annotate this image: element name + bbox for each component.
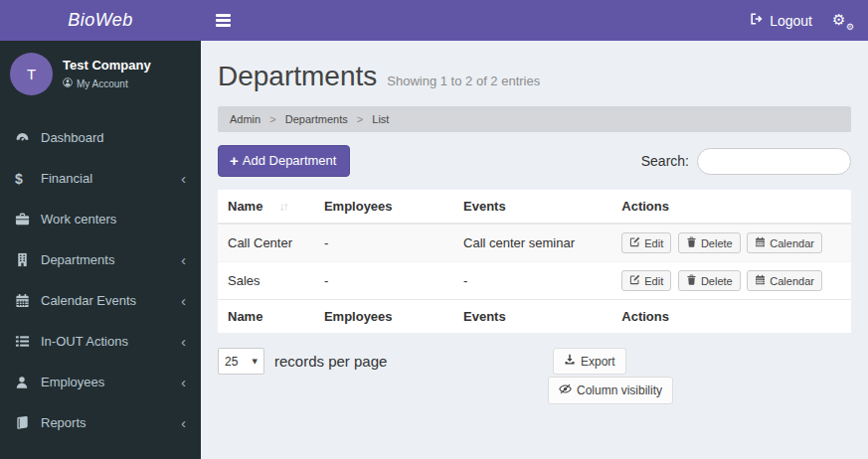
sidebar-item-label: In-OUT Actions xyxy=(41,334,181,349)
chevron-left-icon: ‹ xyxy=(181,415,186,430)
sidebar-item-employees[interactable]: Employees ‹ xyxy=(0,362,201,402)
briefcase-icon xyxy=(15,212,41,227)
departments-table: Name↓↑ Employees Events Actions Call Cen… xyxy=(218,190,851,333)
sidebar-item-label: Dashboard xyxy=(41,130,186,145)
cell-name: Sales xyxy=(218,262,319,300)
chevron-left-icon: ‹ xyxy=(181,252,186,267)
sidebar-menu: Dashboard $ Financial ‹ Work centers xyxy=(0,117,201,443)
footer-header-employees: Employees xyxy=(319,300,458,334)
search-box: Search: xyxy=(641,148,851,175)
cell-events: Call center seminar xyxy=(458,224,616,262)
delete-button[interactable]: Delete xyxy=(678,232,741,253)
sidebar-item-label: Calendar Events xyxy=(41,293,181,308)
departments-table-card: Name↓↑ Employees Events Actions Call Cen… xyxy=(218,190,851,333)
chevron-left-icon: ‹ xyxy=(181,171,186,186)
cogs-icon[interactable]: ⚙⚙ xyxy=(832,11,854,31)
page-header: Departments Showing 1 to 2 of 2 entries xyxy=(218,61,851,92)
breadcrumb-list[interactable]: List xyxy=(372,113,389,125)
chevron-left-icon: ‹ xyxy=(181,375,186,389)
plus-icon: + xyxy=(230,155,239,166)
edit-button[interactable]: Edit xyxy=(621,232,671,253)
column-visibility-button[interactable]: Column visibility xyxy=(548,377,673,404)
table-controls: 25 ▼ records per page Export Column visi… xyxy=(218,348,851,405)
dashboard-icon xyxy=(15,130,41,145)
logout-button[interactable]: Logout xyxy=(750,12,812,29)
person-icon xyxy=(15,376,41,389)
add-department-button[interactable]: + Add Department xyxy=(218,145,350,177)
delete-button[interactable]: Delete xyxy=(678,270,741,291)
sidebar-item-financial[interactable]: $ Financial ‹ xyxy=(0,158,201,199)
chevron-left-icon: ‹ xyxy=(181,334,186,349)
book-icon xyxy=(15,415,41,430)
footer-header-events: Events xyxy=(458,300,616,334)
cell-actions: Edit Delete Calendar xyxy=(616,262,851,300)
user-panel: T Test Company My Account xyxy=(0,41,201,109)
calendar-button[interactable]: Calendar xyxy=(747,270,822,291)
cell-employees: - xyxy=(319,262,458,300)
chevron-left-icon: ‹ xyxy=(181,293,186,308)
sidebar-item-reports[interactable]: Reports ‹ xyxy=(0,402,201,443)
main-content: Departments Showing 1 to 2 of 2 entries … xyxy=(201,41,868,459)
breadcrumb: Admin > Departments > List xyxy=(218,106,851,132)
sidebar-item-in-out-actions[interactable]: In-OUT Actions ‹ xyxy=(0,321,201,362)
my-account-link[interactable]: My Account xyxy=(63,77,151,89)
logout-label: Logout xyxy=(770,13,812,29)
cell-name: Call Center xyxy=(218,224,319,262)
page-size-value: 25 xyxy=(225,355,238,369)
my-account-label: My Account xyxy=(77,78,128,89)
search-input[interactable] xyxy=(697,148,851,175)
menu-icon[interactable] xyxy=(216,12,231,30)
page-size-select[interactable]: 25 ▼ xyxy=(218,348,264,375)
sidebar-item-work-centers[interactable]: Work centers xyxy=(0,199,201,239)
footer-header-name: Name xyxy=(218,300,319,334)
edit-button[interactable]: Edit xyxy=(621,270,671,291)
breadcrumb-departments[interactable]: Departments xyxy=(285,113,348,125)
sidebar: T Test Company My Account xyxy=(0,41,201,459)
table-footer-row: Name Employees Events Actions xyxy=(218,300,851,334)
sort-icon[interactable]: ↓↑ xyxy=(278,200,286,214)
sidebar-item-label: Financial xyxy=(41,171,181,186)
download-icon xyxy=(564,354,576,369)
cell-actions: Edit Delete Calendar xyxy=(616,224,851,262)
column-header-employees[interactable]: Employees xyxy=(319,190,458,224)
caret-down-icon: ▼ xyxy=(253,358,258,366)
calendar-icon xyxy=(755,274,766,287)
entries-summary: Showing 1 to 2 of 2 entries xyxy=(387,74,540,88)
brand-logo[interactable]: BioWeb xyxy=(0,0,201,41)
records-per-page-label: records per page xyxy=(274,353,387,370)
sidebar-item-departments[interactable]: Departments ‹ xyxy=(0,239,201,280)
sidebar-item-label: Work centers xyxy=(41,212,186,227)
user-circle-icon xyxy=(63,77,73,89)
sidebar-item-label: Departments xyxy=(41,252,181,267)
page-title: Departments xyxy=(218,61,377,92)
logout-icon xyxy=(750,12,764,29)
add-department-label: Add Department xyxy=(243,153,337,168)
sidebar-item-dashboard[interactable]: Dashboard xyxy=(0,117,201,158)
table-header-row: Name↓↑ Employees Events Actions xyxy=(218,190,851,224)
list-icon xyxy=(15,334,41,349)
company-name: Test Company xyxy=(63,58,151,73)
column-header-events[interactable]: Events xyxy=(458,190,616,224)
eye-slash-icon xyxy=(559,382,572,398)
navbar-main: Logout ⚙⚙ xyxy=(201,0,868,41)
column-header-name[interactable]: Name↓↑ xyxy=(218,190,319,224)
search-label: Search: xyxy=(641,153,689,169)
export-button[interactable]: Export xyxy=(553,348,626,375)
breadcrumb-separator: > xyxy=(269,113,275,125)
trash-icon xyxy=(686,236,697,249)
breadcrumb-admin[interactable]: Admin xyxy=(230,113,260,125)
navbar-right: Logout ⚙⚙ xyxy=(750,11,854,31)
avatar[interactable]: T xyxy=(10,53,53,95)
table-row: Sales - - Edit Delete xyxy=(218,262,851,300)
sidebar-item-calendar-events[interactable]: Calendar Events ‹ xyxy=(0,280,201,321)
sidebar-item-label: Reports xyxy=(41,415,181,430)
footer-header-actions: Actions xyxy=(616,300,851,334)
column-header-actions: Actions xyxy=(616,190,851,224)
table-toolbar: + Add Department Search: xyxy=(218,145,851,177)
calendar-icon xyxy=(755,236,766,249)
edit-icon xyxy=(629,236,640,249)
edit-icon xyxy=(629,274,640,287)
table-row: Call Center - Call center seminar Edit D… xyxy=(218,224,851,262)
calendar-icon xyxy=(15,293,41,308)
calendar-button[interactable]: Calendar xyxy=(747,232,822,253)
